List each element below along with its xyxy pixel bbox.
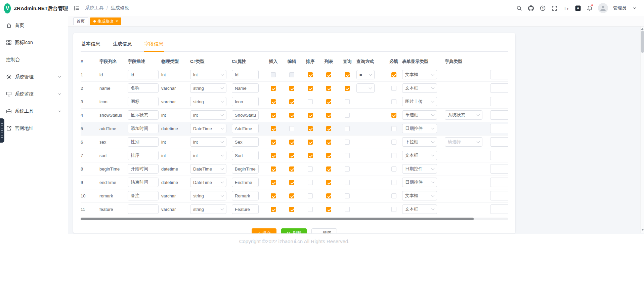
extra-input[interactable] [490, 110, 508, 120]
sidebar-fold-icon[interactable] [73, 5, 80, 11]
tag-close-icon[interactable]: × [116, 19, 118, 23]
required-checkbox[interactable] [391, 113, 396, 118]
required-checkbox[interactable] [391, 126, 396, 131]
insert-checkbox[interactable] [271, 193, 276, 198]
search-icon[interactable] [516, 5, 522, 11]
csharp-attr-input[interactable] [232, 178, 259, 187]
query-type-select[interactable]: = [356, 70, 375, 79]
sort-checkbox[interactable] [308, 153, 313, 158]
desc-input[interactable] [128, 70, 159, 79]
sidebar-item-system-manage[interactable]: 系统管理 [0, 68, 68, 85]
edit-checkbox[interactable] [289, 207, 294, 212]
display-type-select[interactable]: 文本框 [402, 70, 437, 79]
insert-checkbox[interactable] [271, 166, 276, 172]
csharp-type-select[interactable]: string [190, 191, 226, 200]
bell-icon[interactable] [586, 5, 593, 11]
extra-input[interactable] [490, 97, 508, 106]
help-icon[interactable]: ? [539, 5, 546, 11]
query-checkbox[interactable] [345, 140, 350, 145]
display-type-select[interactable]: 图片上传 [402, 97, 437, 106]
list-checkbox[interactable] [326, 180, 331, 185]
scroll-down-arrow[interactable] [641, 229, 644, 231]
display-type-select[interactable]: 单选框 [402, 110, 437, 120]
display-type-select[interactable]: 日期控件 [402, 124, 437, 133]
query-checkbox[interactable] [345, 126, 350, 131]
query-checkbox[interactable] [345, 166, 350, 172]
insert-checkbox[interactable] [271, 207, 276, 212]
required-checkbox[interactable] [391, 86, 396, 91]
required-checkbox[interactable] [391, 166, 396, 172]
desc-input[interactable] [128, 83, 159, 93]
tab-field-info[interactable]: 字段信息 [144, 39, 164, 51]
insert-checkbox[interactable] [271, 126, 276, 131]
list-checkbox[interactable] [326, 99, 331, 104]
csharp-attr-input[interactable] [232, 204, 259, 214]
sidebar-item-site-link[interactable]: 官网地址 [0, 120, 68, 137]
desc-input[interactable] [128, 191, 159, 200]
list-checkbox[interactable] [326, 207, 331, 212]
csharp-type-select[interactable]: string [190, 204, 226, 214]
edit-checkbox[interactable] [289, 140, 294, 145]
tab-basic-info[interactable]: 基本信息 [81, 39, 101, 51]
csharp-attr-input[interactable] [232, 110, 259, 120]
sidebar-item-icon-gallery[interactable]: 图标icon [0, 34, 68, 51]
extra-input[interactable] [490, 124, 508, 133]
sort-checkbox[interactable] [308, 86, 313, 91]
edit-checkbox[interactable] [289, 113, 294, 118]
extra-input[interactable] [490, 83, 508, 93]
list-checkbox[interactable] [326, 113, 331, 118]
fullscreen-icon[interactable] [551, 5, 558, 11]
query-checkbox[interactable] [345, 207, 350, 212]
list-checkbox[interactable] [326, 72, 331, 77]
horizontal-scrollbar-thumb[interactable] [81, 218, 474, 220]
edit-checkbox[interactable] [289, 180, 294, 185]
required-checkbox[interactable] [391, 180, 396, 185]
back-button[interactable]: ← 返回 [311, 228, 337, 234]
font-size-icon[interactable]: TT [563, 5, 569, 11]
desc-input[interactable] [128, 164, 159, 174]
sort-checkbox[interactable] [308, 72, 313, 77]
csharp-type-select[interactable]: int [190, 137, 226, 147]
csharp-type-select[interactable]: DateTime [190, 164, 226, 174]
caret-down-icon[interactable] [631, 5, 638, 11]
list-checkbox[interactable] [326, 166, 331, 172]
edit-checkbox[interactable] [289, 166, 294, 172]
breadcrumb-item-parent[interactable]: 系统工具 [85, 5, 104, 11]
insert-checkbox[interactable] [271, 180, 276, 185]
sort-checkbox[interactable] [308, 180, 313, 185]
required-checkbox[interactable] [391, 193, 396, 198]
refresh-button[interactable]: 刷新 [281, 228, 307, 234]
csharp-attr-input[interactable] [232, 151, 259, 160]
extra-input[interactable] [490, 151, 508, 160]
avatar[interactable] [598, 3, 608, 13]
insert-checkbox[interactable] [271, 140, 276, 145]
insert-checkbox[interactable] [271, 153, 276, 158]
list-checkbox[interactable] [326, 86, 331, 91]
required-checkbox[interactable] [391, 153, 396, 158]
edit-checkbox[interactable] [289, 72, 294, 77]
tab-gen-info[interactable]: 生成信息 [112, 39, 132, 51]
desc-input[interactable] [128, 137, 159, 147]
csharp-attr-input[interactable] [232, 83, 259, 93]
edit-checkbox[interactable] [289, 86, 294, 91]
query-checkbox[interactable] [345, 193, 350, 198]
extra-input[interactable] [490, 70, 508, 79]
edit-checkbox[interactable] [289, 193, 294, 198]
theme-drawer-handle[interactable] [0, 118, 4, 143]
user-name[interactable]: 管理员 [613, 5, 626, 11]
list-checkbox[interactable] [326, 193, 331, 198]
csharp-attr-input[interactable] [232, 70, 259, 79]
tag-home[interactable]: 首页 [73, 17, 88, 25]
query-checkbox[interactable] [345, 180, 350, 185]
desc-input[interactable] [128, 124, 159, 133]
display-type-select[interactable]: 日期控件 [402, 178, 437, 187]
desc-input[interactable] [128, 97, 159, 106]
sort-checkbox[interactable] [308, 207, 313, 212]
csharp-attr-input[interactable] [232, 164, 259, 174]
insert-checkbox[interactable] [271, 99, 276, 104]
dict-type-select[interactable]: 请选择 [445, 137, 482, 147]
csharp-type-select[interactable]: int [190, 110, 226, 120]
sidebar-item-system-tools[interactable]: 系统工具 [0, 103, 68, 120]
csharp-type-select[interactable]: string [190, 83, 226, 93]
desc-input[interactable] [128, 151, 159, 160]
